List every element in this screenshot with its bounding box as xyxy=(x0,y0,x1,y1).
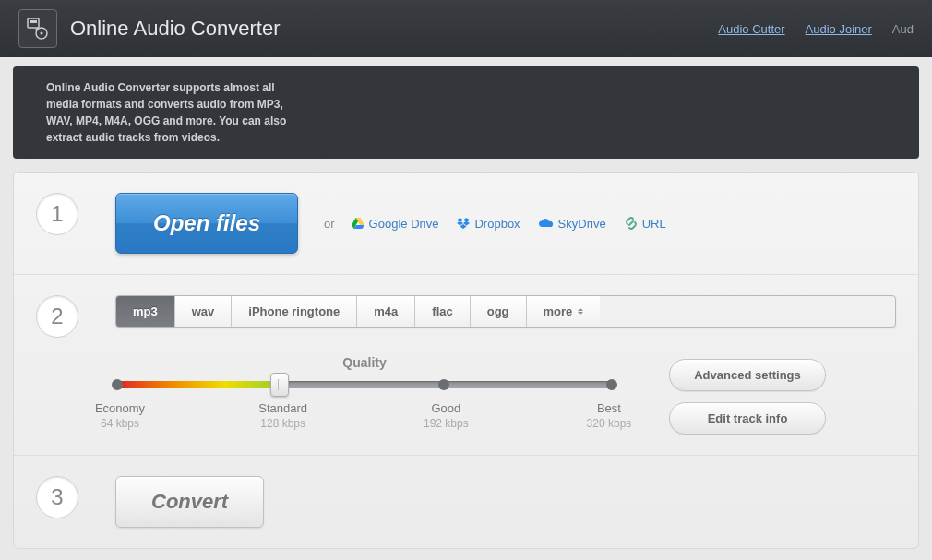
stop-rate: 192 kbps xyxy=(413,417,478,430)
quality-stop-best: Best 320 kbps xyxy=(577,401,641,430)
step-3-number: 3 xyxy=(36,476,78,518)
step-1-content: Open files or Google Drive Dropbox SkyDr… xyxy=(115,193,896,254)
gdrive-icon xyxy=(352,218,364,229)
edit-track-info-button[interactable]: Edit track info xyxy=(669,402,826,435)
format-tab-m4a[interactable]: m4a xyxy=(357,296,415,327)
slider-tick-good xyxy=(438,379,449,390)
source-label: SkyDrive xyxy=(558,217,606,231)
format-tab-more[interactable]: more xyxy=(527,296,601,327)
svg-point-3 xyxy=(41,32,43,35)
description-panel: Online Audio Converter supports almost a… xyxy=(13,66,919,159)
source-url[interactable]: URL xyxy=(625,217,666,231)
dropbox-icon xyxy=(457,218,470,229)
format-tab-ogg[interactable]: ogg xyxy=(471,296,527,327)
slider-fill xyxy=(115,381,280,388)
step-1-row: 1 Open files or Google Drive Dropbox Sky… xyxy=(14,173,918,275)
nav-link-partial[interactable]: Aud xyxy=(892,22,914,36)
convert-button[interactable]: Convert xyxy=(115,476,264,528)
source-label: Google Drive xyxy=(369,217,439,231)
format-tab-iphone[interactable]: iPhone ringtone xyxy=(232,296,357,327)
link-icon xyxy=(625,217,638,230)
format-tab-flac[interactable]: flac xyxy=(415,296,470,327)
app-title: Online Audio Converter xyxy=(70,17,280,41)
source-label: Dropbox xyxy=(474,217,520,231)
slider-tick-economy xyxy=(112,379,123,390)
quality-label: Quality xyxy=(115,355,614,370)
skydrive-icon xyxy=(539,219,554,228)
source-google-drive[interactable]: Google Drive xyxy=(352,217,439,231)
side-buttons: Advanced settings Edit track info xyxy=(669,359,826,435)
stop-rate: 320 kbps xyxy=(577,417,641,430)
quality-slider-area: Quality Economy 64 kbps xyxy=(115,355,614,435)
advanced-settings-button[interactable]: Advanced settings xyxy=(669,359,826,391)
open-files-button[interactable]: Open files xyxy=(115,193,298,254)
step-2-number: 2 xyxy=(36,295,78,338)
stop-rate: 128 kbps xyxy=(251,417,316,430)
main-panel: 1 Open files or Google Drive Dropbox Sky… xyxy=(13,172,919,549)
source-dropbox[interactable]: Dropbox xyxy=(457,217,520,231)
format-tabs: mp3 wav iPhone ringtone m4a flac ogg mor… xyxy=(115,295,896,328)
quality-stop-standard: Standard 128 kbps xyxy=(251,401,316,430)
stop-name: Economy xyxy=(88,401,152,415)
step-1-number: 1 xyxy=(36,193,78,235)
cloud-sources: Google Drive Dropbox SkyDrive URL xyxy=(352,217,666,231)
step-2-row: 2 mp3 wav iPhone ringtone m4a flac ogg m… xyxy=(14,275,918,456)
source-skydrive[interactable]: SkyDrive xyxy=(539,217,606,231)
app-header: Online Audio Converter Audio Cutter Audi… xyxy=(0,0,932,57)
quality-slider[interactable] xyxy=(115,381,614,388)
nav-link-audio-cutter[interactable]: Audio Cutter xyxy=(718,22,784,36)
app-logo-icon xyxy=(18,9,57,48)
nav-link-audio-joiner[interactable]: Audio Joiner xyxy=(806,22,872,36)
quality-stop-good: Good 192 kbps xyxy=(413,401,478,430)
or-text: or xyxy=(324,217,335,231)
step-3-content: Convert xyxy=(115,476,896,528)
stop-name: Good xyxy=(413,401,478,415)
stop-rate: 64 kbps xyxy=(88,417,152,430)
source-label: URL xyxy=(642,217,666,231)
format-tab-mp3[interactable]: mp3 xyxy=(116,296,175,327)
description-text: Online Audio Converter supports almost a… xyxy=(26,66,325,159)
stop-name: Best xyxy=(577,401,641,415)
step-2-content: mp3 wav iPhone ringtone m4a flac ogg mor… xyxy=(115,295,896,435)
slider-labels: Economy 64 kbps Standard 128 kbps Good 1… xyxy=(115,401,614,430)
slider-thumb[interactable] xyxy=(270,373,289,397)
chevron-updown-icon xyxy=(578,308,583,315)
format-tab-wav[interactable]: wav xyxy=(175,296,233,327)
quality-stop-economy: Economy 64 kbps xyxy=(88,401,152,430)
step-3-row: 3 Convert xyxy=(14,456,918,548)
format-more-label: more xyxy=(544,304,573,318)
slider-tick-best xyxy=(606,379,617,390)
quality-section: Quality Economy 64 kbps xyxy=(115,355,896,435)
header-nav: Audio Cutter Audio Joiner Aud xyxy=(718,22,914,36)
svg-rect-1 xyxy=(30,20,37,23)
stop-name: Standard xyxy=(251,401,316,415)
